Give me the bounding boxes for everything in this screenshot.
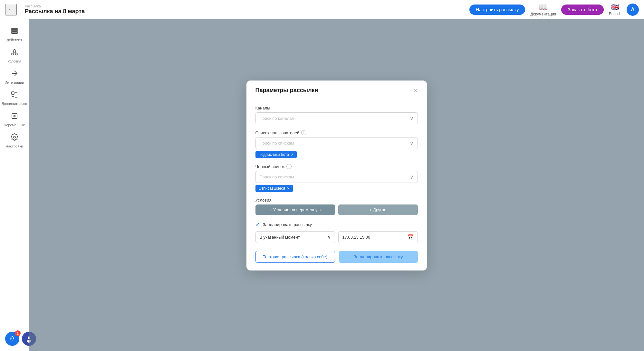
checkbox-checked-icon[interactable]: ✓: [255, 221, 260, 228]
chevron-down-icon: ∨: [410, 115, 414, 121]
chevron-down-icon: ∨: [410, 174, 414, 180]
svg-line-7: [14, 52, 16, 53]
user-list-info-icon[interactable]: i: [301, 130, 306, 135]
user-list-select[interactable]: Поиск по спискам ∨: [255, 137, 418, 149]
setup-button[interactable]: Настроить рассылку: [469, 5, 525, 15]
blacklist-info-icon[interactable]: i: [286, 164, 292, 169]
language-selector[interactable]: 🇬🇧 English: [609, 3, 621, 16]
svg-point-4: [12, 53, 14, 55]
modal-close-button[interactable]: ×: [414, 87, 418, 94]
schedule-datetime-field[interactable]: 17.03.23 15:00 📅: [338, 231, 418, 243]
conditions-section: Условия + Условие на переменную + Другое: [255, 198, 418, 215]
flag-icon: 🇬🇧: [611, 3, 619, 11]
svg-point-18: [14, 136, 15, 138]
sidebar-item-variables[interactable]: Переменные: [2, 109, 27, 129]
header-divider: [21, 4, 21, 15]
user-list-tags: Подписчики бота ×: [255, 151, 418, 158]
sidebar-item-label: Интеграции: [5, 81, 24, 84]
schedule-controls: В указанный момент ∨ 17.03.23 15:00 📅: [255, 231, 418, 243]
back-button[interactable]: ←: [5, 4, 17, 15]
user-list-tag: Подписчики бота ×: [255, 151, 297, 158]
user-list-section: Список пользователей i Поиск по спискам …: [255, 130, 418, 158]
sidebar-item-label: Переменные: [4, 123, 25, 127]
book-icon: 📖: [539, 3, 548, 11]
chevron-down-icon: ∨: [328, 235, 331, 240]
sidebar-item-integrations[interactable]: Интеграции: [2, 67, 27, 87]
sidebar-item-additional[interactable]: Дополнительно: [2, 88, 27, 108]
schedule-section: ✓ Запланировать рассылку В указанный мом…: [255, 221, 418, 243]
blacklist-select[interactable]: Поиск по спискам ∨: [255, 171, 418, 183]
condition-other-button[interactable]: + Другое: [338, 204, 418, 215]
tag-close-icon[interactable]: ×: [287, 186, 290, 191]
condition-variable-button[interactable]: + Условие на переменную: [255, 204, 335, 215]
conditions-label: Условия: [255, 198, 418, 203]
language-label: English: [609, 12, 621, 16]
channels-label: Каналы: [255, 106, 418, 110]
user-list-label: Список пользователей i: [255, 130, 418, 135]
conditions-buttons: + Условие на переменную + Другое: [255, 204, 418, 215]
svg-point-21: [13, 337, 14, 339]
integrations-icon: [11, 70, 18, 79]
documentation-button[interactable]: 📖 Документация: [530, 3, 556, 16]
schedule-moment-select[interactable]: В указанный момент ∨: [255, 231, 335, 243]
modal-body: Каналы Поиск по каналам ∨ Список пользов…: [246, 99, 427, 251]
blacklist-tags: Отписавшиеся ×: [255, 185, 418, 192]
svg-point-5: [15, 53, 17, 55]
schedule-label: Запланировать рассылку: [263, 222, 312, 227]
svg-rect-1: [12, 30, 17, 32]
header-right: Настроить рассылку 📖 Документация Заказа…: [469, 3, 639, 16]
svg-point-19: [8, 334, 17, 343]
header-subtitle: Рассылка: [25, 4, 85, 8]
channels-section: Каналы Поиск по каналам ∨: [255, 106, 418, 124]
sidebar-item-settings[interactable]: Настройки: [2, 131, 27, 151]
actions-icon: [11, 27, 18, 37]
modal-parameters: Параметры рассылки × Каналы Поиск по кан…: [246, 81, 427, 270]
sidebar-item-label: Действия: [6, 38, 22, 42]
svg-line-6: [13, 52, 14, 53]
sidebar: Действия Условия Интеграции Дополнительн…: [0, 19, 29, 351]
svg-rect-2: [12, 32, 17, 33]
header-title: Рассылка на 8 марта: [25, 8, 85, 15]
blacklist-section: Черный список i Поиск по спискам ∨ Отпис…: [255, 164, 418, 192]
additional-icon: [11, 91, 18, 100]
modal-title: Параметры рассылки: [255, 87, 318, 94]
calendar-icon: 📅: [407, 234, 414, 240]
svg-rect-8: [12, 92, 14, 94]
header-title-block: Рассылка Рассылка на 8 марта: [25, 4, 85, 15]
channels-select[interactable]: Поиск по каналам ∨: [255, 112, 418, 124]
sidebar-item-label: Дополнительно: [2, 102, 27, 106]
datetime-value: 17.03.23 15:00: [342, 235, 370, 240]
svg-rect-22: [12, 336, 13, 337]
channels-placeholder: Поиск по каналам: [260, 116, 295, 121]
sidebar-item-actions[interactable]: Действия: [2, 24, 27, 44]
test-broadcast-button[interactable]: Тестовая рассылка (только себе): [255, 251, 335, 263]
doc-label: Документация: [530, 12, 556, 16]
user-avatar[interactable]: A: [627, 4, 639, 16]
svg-point-3: [13, 50, 16, 52]
variables-icon: [11, 112, 18, 122]
sidebar-item-label: Условия: [7, 59, 21, 63]
notification-badge: 1: [15, 330, 21, 336]
svg-point-20: [10, 337, 12, 339]
conditions-icon: [11, 48, 18, 58]
tag-close-icon[interactable]: ×: [291, 152, 293, 157]
sidebar-item-conditions[interactable]: Условия: [2, 46, 27, 66]
blacklist-label: Черный список i: [255, 164, 418, 169]
blacklist-placeholder: Поиск по спискам: [260, 175, 294, 179]
schedule-checkbox-row: ✓ Запланировать рассылку: [255, 221, 418, 228]
modal-header: Параметры рассылки ×: [246, 81, 427, 99]
header: ← Рассылка Рассылка на 8 марта Настроить…: [0, 0, 644, 19]
user-list-placeholder: Поиск по спискам: [260, 141, 294, 146]
chevron-down-icon: ∨: [410, 140, 414, 146]
settings-icon: [11, 133, 18, 143]
svg-rect-0: [12, 28, 17, 30]
moment-label: В указанный момент: [260, 235, 300, 240]
sidebar-item-label: Настройки: [6, 144, 23, 148]
bot-avatar-notif: 1: [5, 332, 19, 346]
order-bot-button[interactable]: Заказать бота: [561, 5, 603, 15]
modal-footer: Тестовая рассылка (только себе) Запланир…: [246, 251, 427, 270]
blacklist-tag: Отписавшиеся ×: [255, 185, 293, 192]
schedule-broadcast-button[interactable]: Запланировать рассылку: [339, 251, 418, 263]
